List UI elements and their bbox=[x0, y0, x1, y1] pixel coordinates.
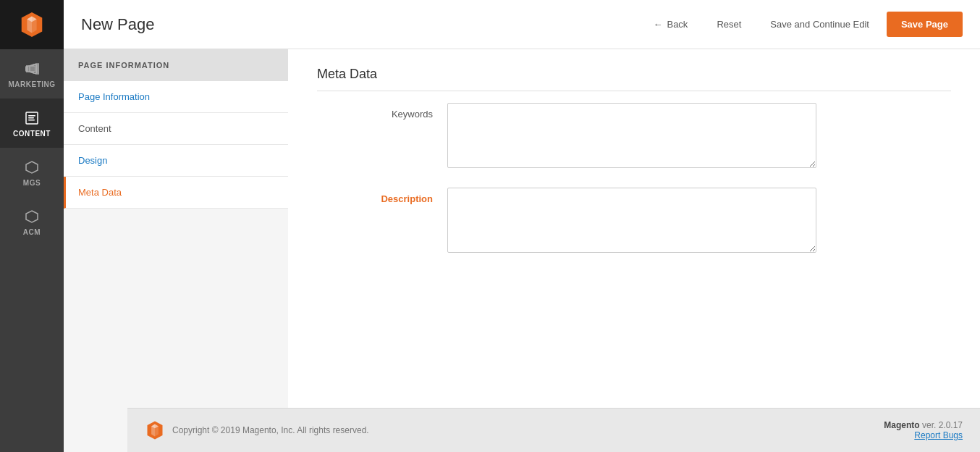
description-label: Description bbox=[317, 188, 447, 204]
keywords-row: Keywords bbox=[317, 103, 951, 170]
svg-rect-4 bbox=[25, 67, 28, 71]
nav-item-meta-data[interactable]: Meta Data bbox=[64, 177, 288, 209]
sidebar-item-acm-label: ACM bbox=[23, 228, 41, 236]
svg-rect-8 bbox=[28, 115, 35, 117]
acm-icon bbox=[23, 208, 41, 225]
description-textarea[interactable] bbox=[447, 188, 816, 253]
mgs-icon bbox=[23, 159, 41, 176]
sidebar: MARKETING CONTENT MGS ACM bbox=[0, 0, 64, 452]
sidebar-item-marketing-label: MARKETING bbox=[8, 80, 55, 88]
svg-rect-6 bbox=[35, 64, 37, 74]
left-panel-header: PAGE INFORMATION bbox=[64, 49, 288, 81]
save-page-button[interactable]: Save Page bbox=[887, 12, 963, 37]
magento-logo-icon bbox=[18, 11, 46, 38]
nav-item-content[interactable]: Content bbox=[64, 113, 288, 145]
topbar-actions: ← Back Reset Save and Continue Edit Save… bbox=[641, 12, 963, 37]
content-area: PAGE INFORMATION Page Information Conten… bbox=[64, 49, 980, 408]
back-button[interactable]: ← Back bbox=[641, 13, 699, 35]
sidebar-logo bbox=[0, 0, 64, 49]
svg-marker-5 bbox=[28, 64, 34, 74]
footer-right: Magento ver. 2.0.17 Report Bugs bbox=[884, 420, 963, 440]
footer-magento-logo-icon bbox=[145, 420, 165, 440]
description-row: Description bbox=[317, 188, 951, 255]
footer-left: Copyright © 2019 Magento, Inc. All right… bbox=[145, 420, 369, 440]
nav-item-page-information[interactable]: Page Information bbox=[64, 81, 288, 113]
reset-button[interactable]: Reset bbox=[705, 13, 753, 35]
save-continue-button[interactable]: Save and Continue Edit bbox=[759, 13, 881, 35]
section-title: Meta Data bbox=[317, 67, 951, 91]
footer: Copyright © 2019 Magento, Inc. All right… bbox=[127, 408, 980, 452]
left-panel: PAGE INFORMATION Page Information Conten… bbox=[64, 49, 288, 408]
footer-version-text: ver. 2.0.17 bbox=[922, 420, 963, 430]
topbar: New Page ← Back Reset Save and Continue … bbox=[64, 0, 980, 49]
report-bugs-link[interactable]: Report Bugs bbox=[914, 430, 963, 440]
svg-marker-11 bbox=[26, 162, 38, 173]
svg-marker-12 bbox=[26, 211, 38, 222]
sidebar-item-acm[interactable]: ACM bbox=[0, 197, 64, 246]
sidebar-item-content[interactable]: CONTENT bbox=[0, 99, 64, 148]
footer-version: Magento ver. 2.0.17 bbox=[884, 420, 963, 430]
footer-magento-label: Magento bbox=[884, 420, 919, 430]
svg-rect-10 bbox=[28, 120, 35, 121]
keywords-input-wrap bbox=[447, 103, 951, 170]
sidebar-item-marketing[interactable]: MARKETING bbox=[0, 49, 64, 99]
keywords-textarea[interactable] bbox=[447, 103, 816, 168]
footer-copyright: Copyright © 2019 Magento, Inc. All right… bbox=[172, 425, 369, 435]
megaphone-icon bbox=[23, 60, 41, 78]
content-icon bbox=[23, 109, 41, 127]
sidebar-item-mgs[interactable]: MGS bbox=[0, 148, 64, 197]
svg-rect-9 bbox=[28, 117, 34, 119]
sidebar-item-mgs-label: MGS bbox=[23, 179, 41, 187]
keywords-label: Keywords bbox=[317, 103, 447, 120]
sidebar-item-content-label: CONTENT bbox=[13, 130, 51, 138]
nav-item-design[interactable]: Design bbox=[64, 145, 288, 177]
page-title: New Page bbox=[81, 15, 630, 34]
back-arrow-icon: ← bbox=[653, 19, 662, 30]
right-panel: Meta Data Keywords Description bbox=[288, 49, 980, 408]
main-container: PAGE INFORMATION Page Information Conten… bbox=[64, 49, 980, 452]
description-input-wrap bbox=[447, 188, 951, 255]
